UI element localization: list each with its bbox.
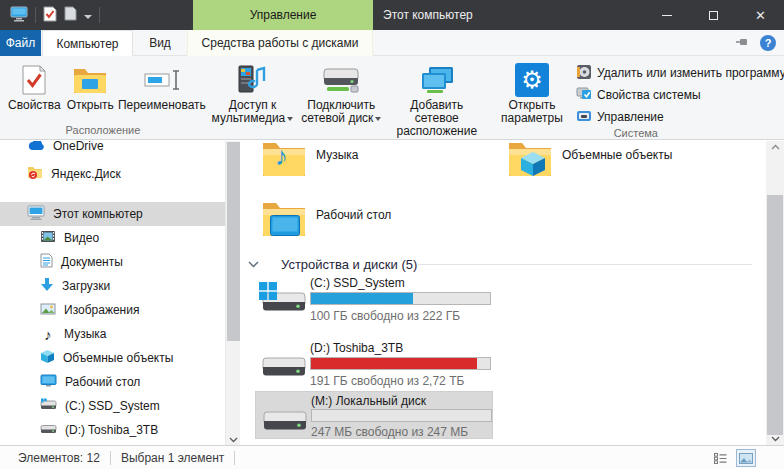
- drive-item-m[interactable]: (M:) Локальный диск 247 МБ свободно из 2…: [255, 391, 493, 439]
- monitor-overlay-icon: [270, 215, 300, 236]
- manage-label: Управление: [597, 110, 664, 124]
- sidebar-scrollbar-thumb[interactable]: [227, 142, 240, 341]
- drive-item-d[interactable]: (D:) Toshiba_3TB 191 ГБ свободно из 2,72…: [255, 339, 493, 389]
- sidebar-item-videos[interactable]: Видео: [0, 226, 225, 250]
- navigation-pane: OneDrive Яндекс.Диск Этот компьютер Виде…: [0, 141, 225, 445]
- help-button[interactable]: ?: [760, 35, 776, 51]
- add-network-location-button[interactable]: Добавить сетевое расположение: [388, 59, 486, 138]
- ribbon: Свойства Открыть Переименовать Расположе…: [0, 56, 784, 140]
- manage-icon: [576, 108, 592, 127]
- sidebar-item-music[interactable]: ♪ Музыка: [0, 322, 225, 346]
- rename-button[interactable]: Переименовать: [118, 59, 206, 123]
- media-access-label-line1: Доступ к: [229, 98, 277, 112]
- media-access-button[interactable]: Доступ к мультимедиа: [210, 59, 295, 138]
- close-button[interactable]: ✕: [737, 0, 784, 30]
- drive-free-space: 100 ГБ свободно из 222 ГБ: [310, 309, 460, 323]
- sidebar-item-documents[interactable]: Документы: [0, 250, 225, 274]
- properties-label: Свойства: [8, 99, 61, 112]
- sidebar-item-drive-d[interactable]: (D:) Toshiba_3TB: [0, 418, 225, 442]
- thumbnail-view-button[interactable]: [736, 449, 756, 467]
- minimize-icon: [662, 15, 672, 16]
- folder-label: Объемные объекты: [562, 148, 672, 162]
- scroll-down-icon[interactable]: [226, 437, 240, 443]
- add-location-label-line1: Добавить сетевое: [410, 98, 463, 125]
- desktop-folder-icon: [262, 199, 306, 237]
- sidebar-item-label: (D:) Toshiba_3TB: [65, 423, 158, 437]
- folder-label: Музыка: [316, 148, 358, 162]
- cube-overlay-icon: [520, 151, 546, 177]
- open-settings-label-line1: Открыть: [508, 98, 555, 112]
- maximize-button[interactable]: [690, 0, 737, 30]
- ribbon-group-location: Свойства Открыть Переименовать Расположе…: [0, 56, 206, 139]
- properties-button[interactable]: Свойства: [6, 59, 63, 123]
- tab-disk-tools[interactable]: Средства работы с дисками: [187, 30, 373, 56]
- drive-usage-fill: [311, 358, 477, 369]
- manage-button[interactable]: Управление: [576, 108, 784, 126]
- open-settings-button[interactable]: ⚙ Открыть параметры: [496, 59, 568, 126]
- sidebar-item-this-pc[interactable]: Этот компьютер: [0, 202, 225, 226]
- drive-icon: [40, 398, 57, 414]
- folder-tile-3d-objects[interactable]: Объемные объекты: [508, 141, 748, 191]
- sidebar-item-label: OneDrive: [53, 141, 104, 153]
- minimize-button[interactable]: [643, 0, 690, 30]
- pin-ribbon-icon[interactable]: [736, 36, 750, 50]
- open-button[interactable]: Открыть: [63, 59, 118, 123]
- tab-view[interactable]: Вид: [135, 30, 185, 56]
- drive-name: (C:) SSD_System: [310, 276, 405, 290]
- section-title: Устройства и диски (5): [281, 257, 417, 272]
- close-icon: ✕: [755, 9, 766, 22]
- new-folder-shortcut-icon[interactable]: [64, 6, 77, 24]
- toolbar-separator: [99, 7, 100, 23]
- qat-dropdown-icon[interactable]: [84, 15, 92, 19]
- sidebar-item-label: (C:) SSD_System: [65, 399, 160, 413]
- drive-item-c[interactable]: (C:) SSD_System 100 ГБ свободно из 222 Г…: [255, 274, 493, 324]
- collapse-chevron-icon[interactable]: [248, 261, 259, 268]
- section-header-devices-and-drives[interactable]: Устройства и диски (5): [240, 254, 766, 274]
- sidebar-item-drive-c[interactable]: (C:) SSD_System: [0, 394, 225, 418]
- scroll-up-icon[interactable]: [766, 144, 784, 150]
- status-separator: [110, 451, 111, 465]
- section-divider: [418, 264, 752, 265]
- videos-icon: [40, 230, 56, 246]
- desktop-icon: [40, 374, 57, 390]
- sidebar-item-onedrive[interactable]: OneDrive: [0, 141, 225, 158]
- contextual-tab-header[interactable]: Управление: [193, 0, 373, 30]
- sidebar-item-downloads[interactable]: Загрузки: [0, 274, 225, 298]
- hdd-icon: [262, 353, 306, 386]
- open-label: Открыть: [67, 99, 114, 112]
- system-properties-button[interactable]: Свойства системы: [576, 86, 784, 104]
- sidebar-item-label: Музыка: [64, 327, 106, 341]
- status-separator: [234, 451, 235, 465]
- cube-icon: [40, 349, 55, 367]
- sidebar-item-desktop[interactable]: Рабочий стол: [0, 370, 225, 394]
- main-scrollbar[interactable]: [766, 141, 784, 445]
- sidebar-scrollbar[interactable]: [225, 141, 240, 445]
- map-drive-label-line1: Подключить: [307, 98, 375, 112]
- add-location-label-line2: расположение: [396, 124, 477, 138]
- list-view-button[interactable]: [710, 449, 730, 467]
- uninstall-program-button[interactable]: Удалить или изменить программу: [576, 64, 784, 82]
- tab-file[interactable]: Файл: [0, 30, 41, 56]
- sidebar-item-yandex-disk[interactable]: Яндекс.Диск: [0, 162, 225, 186]
- music-folder-icon: ♪: [262, 141, 306, 177]
- scroll-down-icon[interactable]: [766, 436, 784, 442]
- open-folder-icon: [73, 61, 107, 99]
- onedrive-icon: [27, 141, 45, 154]
- items-count: Элементов: 12: [18, 451, 100, 465]
- dropdown-arrow-icon: [287, 117, 293, 121]
- map-drive-label-line2: сетевой диск: [301, 111, 373, 125]
- drive-usage-bar: [310, 292, 491, 305]
- map-network-drive-button[interactable]: Подключить сетевой диск: [295, 59, 388, 138]
- folder-tile-music[interactable]: ♪ Музыка: [262, 141, 502, 191]
- uninstall-program-icon: [576, 64, 592, 83]
- main-scrollbar-thumb[interactable]: [767, 195, 783, 435]
- tab-computer[interactable]: Компьютер: [42, 30, 133, 56]
- sidebar-item-label: Видео: [64, 231, 99, 245]
- svg-text:⚙: ⚙: [521, 66, 543, 94]
- properties-shortcut-icon[interactable]: [43, 6, 57, 25]
- selection-count: Выбран 1 элемент: [121, 451, 224, 465]
- folder-tile-desktop[interactable]: Рабочий стол: [262, 199, 502, 251]
- 3d-objects-folder-icon: [508, 141, 552, 177]
- sidebar-item-3d-objects[interactable]: Объемные объекты: [0, 346, 225, 370]
- sidebar-item-pictures[interactable]: Изображения: [0, 298, 225, 322]
